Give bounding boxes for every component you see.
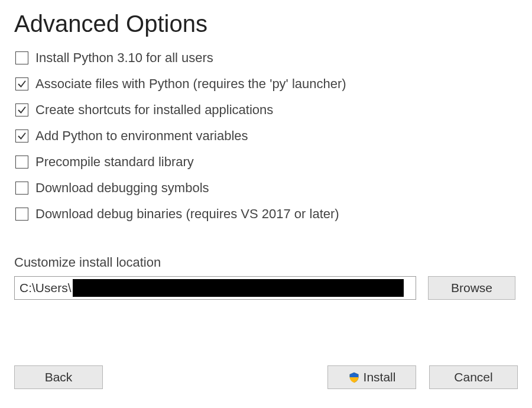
checkbox-icon[interactable] [15,77,28,90]
option-label: Install Python 3.10 for all users [35,51,213,64]
option-install-all-users[interactable]: Install Python 3.10 for all users [15,51,518,64]
browse-button[interactable]: Browse [428,276,515,300]
redacted-path [73,279,404,297]
checkbox-icon[interactable] [15,129,28,143]
install-button[interactable]: Install [327,365,416,389]
checkbox-icon[interactable] [15,182,28,195]
option-label: Download debug binaries (requires VS 201… [35,208,339,221]
option-download-debug-symbols[interactable]: Download debugging symbols [15,182,518,195]
option-create-shortcuts[interactable]: Create shortcuts for installed applicati… [15,103,518,116]
install-location-input[interactable]: C:\Users\ [14,276,416,300]
install-location-section: Customize install location C:\Users\ Bro… [14,255,518,300]
install-button-label: Install [364,370,396,384]
install-path-prefix: C:\Users\ [20,281,72,295]
checkbox-icon[interactable] [15,51,28,64]
option-label: Precompile standard library [35,156,194,169]
option-label: Add Python to environment variables [35,129,248,143]
cancel-button[interactable]: Cancel [429,365,518,389]
install-location-label: Customize install location [14,255,518,270]
checkbox-icon[interactable] [15,208,28,221]
checkbox-icon[interactable] [15,156,28,169]
page-title: Advanced Options [14,11,518,37]
option-add-env-vars[interactable]: Add Python to environment variables [15,129,518,143]
option-label: Download debugging symbols [35,182,209,195]
option-precompile-stdlib[interactable]: Precompile standard library [15,156,518,169]
options-list: Install Python 3.10 for all users Associ… [15,51,518,221]
option-label: Associate files with Python (requires th… [35,77,346,90]
checkbox-icon[interactable] [15,103,28,116]
option-download-debug-binaries[interactable]: Download debug binaries (requires VS 201… [15,208,518,221]
shield-icon [348,371,360,383]
back-button[interactable]: Back [14,365,103,389]
button-bar: Back Install Cancel [14,365,518,389]
option-label: Create shortcuts for installed applicati… [35,103,273,116]
option-associate-files[interactable]: Associate files with Python (requires th… [15,77,518,90]
